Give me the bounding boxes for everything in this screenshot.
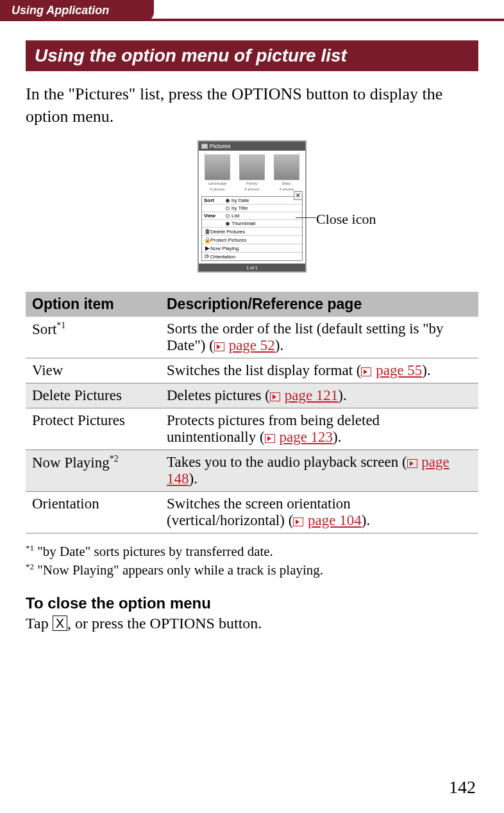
desc-post: ).: [333, 429, 341, 445]
thumb-image: [205, 155, 230, 180]
desc-text: Sorts the order of the list (default set…: [167, 321, 444, 353]
lock-icon: 🔒: [204, 237, 210, 243]
close-option-menu-section: To close the option menu Tap X, or press…: [26, 594, 478, 632]
orientation[interactable]: Orientation: [210, 254, 235, 260]
thumb-sub: 4 photos: [274, 187, 299, 192]
thumb-label: Landscape: [205, 181, 230, 186]
desc-text: Takes you to the audio playback screen (: [167, 454, 407, 470]
screenshot-figure: Pictures Landscape 9 photos Family 6 pho…: [26, 140, 478, 272]
thumb-item: Family 6 photos: [239, 155, 265, 191]
sort-by-date-label: by Date: [231, 197, 249, 203]
device-mock: Pictures Landscape 9 photos Family 6 pho…: [197, 140, 307, 272]
option-name: Protect Pictures: [32, 412, 125, 428]
option-name: Delete Pictures: [32, 387, 122, 403]
page-link[interactable]: page 123: [279, 429, 333, 445]
th-description: Description/Reference page: [160, 292, 478, 317]
view-list-label: List: [231, 213, 239, 219]
protect-pictures[interactable]: Protect Pictures: [210, 237, 246, 243]
table-row: Orientation Switches the screen orientat…: [26, 492, 478, 533]
thumb-label: Baby: [274, 181, 299, 186]
view-label: View: [204, 213, 226, 219]
footnote-text: "Now Playing" appears only while a track…: [34, 562, 323, 578]
sort-by-title[interactable]: by Title: [226, 205, 248, 211]
page-link[interactable]: page 52: [229, 337, 275, 353]
options-popup: ✕ Sort by Date by Title View List Thumbn…: [201, 196, 303, 261]
desc-post: ).: [189, 471, 197, 487]
table-row: Protect Pictures Protects pictures from …: [26, 408, 478, 450]
desc-text: Deletes pictures (: [167, 387, 270, 403]
desc-post: ).: [362, 512, 370, 528]
trash-icon: 🗑: [204, 228, 210, 235]
desc-text: Switches the list display format (: [167, 362, 361, 378]
view-thumbnail[interactable]: Thumbnail: [226, 221, 255, 226]
page-ref-icon: [407, 459, 417, 468]
sort-label: Sort: [204, 197, 226, 203]
options-table: Option item Description/Reference page S…: [26, 292, 478, 533]
thumbnail-row: Landscape 9 photos Family 6 photos Baby …: [199, 151, 305, 195]
page-ref-icon: [265, 434, 275, 443]
footnote-ref: *2: [110, 454, 119, 464]
page-link[interactable]: page 55: [376, 362, 422, 378]
delete-pictures[interactable]: Delete Pictures: [210, 229, 245, 235]
thumb-label: Family: [239, 181, 265, 186]
page-ref-icon: [214, 342, 224, 351]
footnote-text: "by Date" sorts pictures by transferred …: [34, 544, 273, 559]
view-list[interactable]: List: [226, 213, 239, 219]
page-ref-icon: [270, 392, 280, 401]
device-footer: 1 of 1: [199, 264, 305, 271]
thumb-image: [274, 155, 299, 180]
th-option: Option item: [26, 292, 160, 317]
thumb-image: [239, 155, 265, 180]
radio-selected-icon: [226, 199, 230, 203]
desc-post: ).: [422, 362, 430, 378]
option-name: Sort: [32, 321, 56, 337]
device-titlebar: Pictures: [199, 142, 305, 151]
page-link[interactable]: page 121: [285, 387, 339, 403]
thumb-item: Baby 4 photos: [274, 155, 299, 191]
sort-by-title-label: by Title: [231, 205, 248, 211]
callout-line: [296, 217, 316, 218]
close-section-title: To close the option menu: [26, 594, 478, 612]
orientation-icon: ⟳: [204, 253, 210, 260]
view-thumb-label: Thumbnail: [231, 221, 255, 226]
option-name: View: [32, 362, 63, 378]
thumb-item: Landscape 9 photos: [205, 155, 230, 191]
close-text-pre: Tap: [26, 615, 53, 632]
footnotes: *1 "by Date" sorts pictures by transferr…: [26, 542, 478, 579]
now-playing[interactable]: Now Playing: [210, 246, 239, 251]
table-row: Now Playing*2 Takes you to the audio pla…: [26, 450, 478, 492]
sort-by-date[interactable]: by Date: [226, 197, 249, 203]
intro-text: In the "Pictures" list, press the OPTION…: [26, 83, 478, 128]
desc-post: ).: [338, 387, 346, 403]
page-link[interactable]: page 104: [308, 512, 362, 528]
radio-icon: [226, 206, 230, 210]
footnote-marker: *1: [26, 543, 34, 553]
page-ref-icon: [361, 367, 371, 376]
footnote-marker: *2: [26, 562, 34, 571]
section-title: Using the option menu of picture list: [26, 40, 478, 71]
pictures-icon: [201, 144, 208, 149]
desc-post: ).: [275, 337, 283, 353]
table-row: Delete Pictures Deletes pictures ( page …: [26, 383, 478, 408]
radio-icon: [226, 214, 230, 218]
page-number: 142: [449, 777, 476, 798]
radio-selected-icon: [226, 222, 230, 226]
device-title: Pictures: [210, 143, 231, 149]
table-row: Sort*1 Sorts the order of the list (defa…: [26, 317, 478, 358]
close-text-post: , or press the OPTIONS button.: [67, 615, 262, 632]
header: Using Application: [0, 0, 504, 21]
thumb-sub: 6 photos: [239, 187, 265, 192]
page-ref-icon: [293, 517, 303, 526]
play-icon: ▶: [204, 245, 210, 251]
close-icon[interactable]: ✕: [294, 191, 303, 200]
thumb-sub: 9 photos: [205, 187, 230, 192]
callout-label: Close icon: [316, 211, 376, 228]
option-name: Now Playing: [32, 455, 110, 471]
x-button-icon: X: [53, 616, 67, 631]
option-name: Orientation: [32, 496, 99, 512]
footnote-ref: *1: [56, 321, 65, 330]
table-row: View Switches the list display format ( …: [26, 358, 478, 383]
